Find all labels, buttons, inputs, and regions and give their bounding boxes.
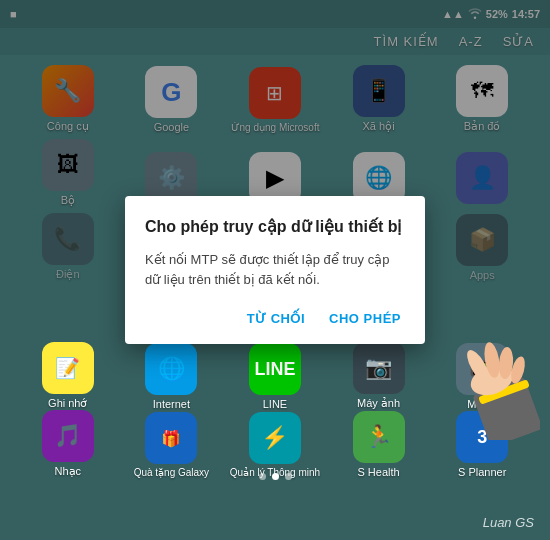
app-shealth[interactable]: 🏃 S Health [339,411,419,478]
app-icon-quanly: ⚡ [249,412,301,464]
app-galaxy-gift[interactable]: 🎁 Quà tặng Galaxy [131,412,211,478]
dot-3 [285,473,292,480]
dialog-title: Cho phép truy cập dữ liệu thiết bị [145,216,405,238]
app-quanly[interactable]: ⚡ Quản lý Thông minh [235,412,315,478]
allow-button[interactable]: CHO PHÉP [325,305,405,332]
phone-screen: ■ ▲▲ 52% 14:57 TÌM KIẾM A-Z SỬA 🔧 Công c… [0,0,550,540]
app-internet[interactable]: 🌐 Internet [131,343,211,410]
app-icon-camera: 📷 [353,342,405,394]
app-icon-ghinh: 📝 [42,342,94,394]
dot-2 [272,473,279,480]
cancel-button[interactable]: TỪ CHỐI [243,305,309,332]
app-icon-galaxy: 🎁 [145,412,197,464]
app-ghinh[interactable]: 📝 Ghi nhớ [28,342,108,410]
app-icon-internet: 🌐 [145,343,197,395]
app-icon-line: LINE [249,343,301,395]
app-music[interactable]: 🎵 Nhạc [28,410,108,478]
permission-dialog: Cho phép truy cập dữ liệu thiết bị Kết n… [125,196,425,344]
page-dots [0,473,550,480]
watermark: Luan GS [483,515,534,530]
app-line[interactable]: LINE LINE [235,343,315,410]
app-icon-shealth: 🏃 [353,411,405,463]
dot-1 [259,473,266,480]
app-camera[interactable]: 📷 Máy ảnh [339,342,419,410]
app-icon-music: 🎵 [42,410,94,462]
hand-cursor [450,330,540,440]
dialog-actions: TỪ CHỐI CHO PHÉP [145,305,405,332]
dialog-body: Kết nối MTP sẽ được thiết lập để truy cậ… [145,250,405,289]
